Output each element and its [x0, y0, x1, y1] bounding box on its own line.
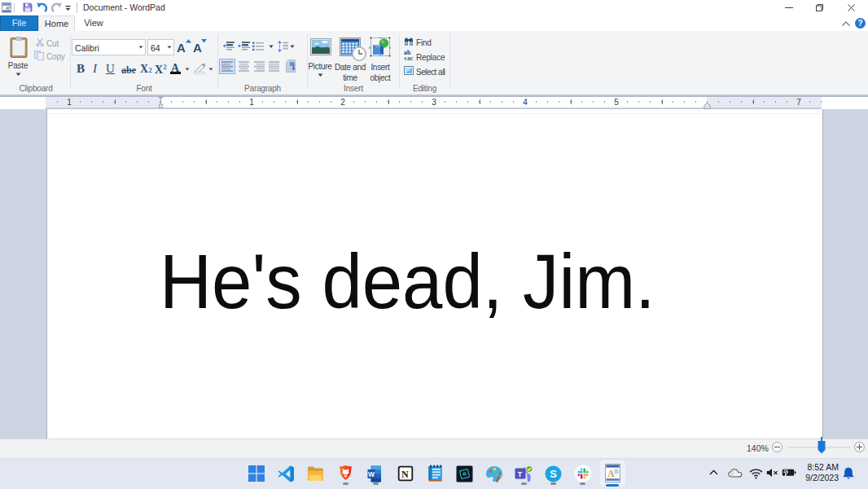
svg-text:N: N [401, 469, 409, 480]
svg-text:ac: ac [407, 55, 414, 62]
svg-text:A: A [607, 469, 615, 478]
svg-text:T: T [518, 469, 523, 478]
svg-text:W: W [368, 470, 375, 478]
svg-text:S: S [550, 468, 557, 480]
